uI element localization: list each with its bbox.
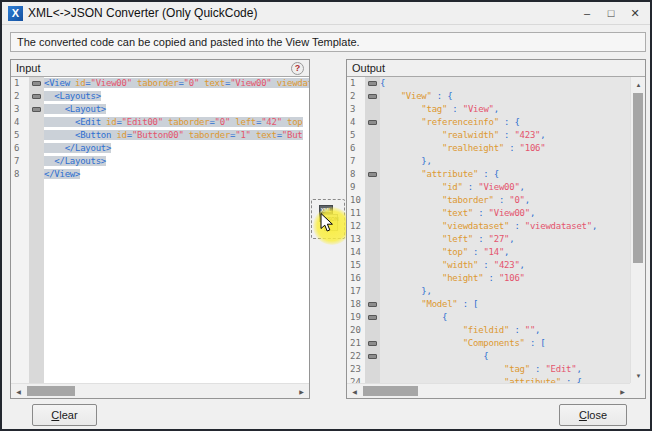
- scroll-down-icon[interactable]: ▼: [631, 368, 645, 383]
- h-scroll-thumb[interactable]: [27, 386, 75, 396]
- line-number: 2: [11, 90, 29, 103]
- code-line: "realwidth" : "423",: [380, 129, 630, 142]
- fold-spacer: [365, 272, 380, 285]
- code-line: "realheight" : "106": [380, 142, 630, 155]
- code-line: "text" : "View00",: [380, 207, 630, 220]
- fold-marker[interactable]: [365, 337, 380, 350]
- line-number: 20: [347, 324, 365, 337]
- output-code-area[interactable]: { "View" : { "tag" : "View", "referencei…: [380, 77, 630, 383]
- line-number: 14: [347, 246, 365, 259]
- code-line: "Model" : [: [380, 298, 630, 311]
- code-line: "attribute" : {: [380, 376, 630, 383]
- code-line: "tag" : "View",: [380, 103, 630, 116]
- fold-marker[interactable]: [365, 116, 380, 129]
- output-panel-header: Output: [347, 60, 645, 77]
- close-icon[interactable]: ✕: [626, 4, 644, 22]
- line-number: 18: [347, 298, 365, 311]
- input-panel-title: Input: [16, 62, 40, 74]
- line-number: 8: [11, 168, 29, 181]
- fold-marker[interactable]: [29, 103, 44, 116]
- info-text: The converted code can be copied and pas…: [17, 36, 360, 48]
- fold-spacer: [29, 155, 44, 168]
- line-number: 3: [347, 103, 365, 116]
- fold-spacer: [365, 103, 380, 116]
- fold-spacer: [365, 207, 380, 220]
- fold-marker[interactable]: [365, 77, 380, 90]
- line-number: 5: [11, 129, 29, 142]
- output-v-scrollbar[interactable]: ▲ ▼: [630, 77, 645, 383]
- line-number: 23: [347, 363, 365, 376]
- line-number: 3: [11, 103, 29, 116]
- line-number: 9: [347, 181, 365, 194]
- fold-marker[interactable]: [365, 350, 380, 363]
- code-line: },: [380, 285, 630, 298]
- fold-marker[interactable]: [29, 90, 44, 103]
- line-number: 7: [347, 155, 365, 168]
- info-bar: The converted code can be copied and pas…: [10, 32, 646, 52]
- output-fold-column: [365, 77, 380, 383]
- fold-spacer: [365, 181, 380, 194]
- code-line: {: [380, 350, 630, 363]
- scrollbar-corner: [630, 383, 645, 398]
- fold-spacer: [365, 246, 380, 259]
- line-number: 19: [347, 311, 365, 324]
- fold-marker[interactable]: [365, 90, 380, 103]
- code-line: </Layouts>: [44, 155, 309, 168]
- scroll-left-icon[interactable]: ◀: [347, 384, 362, 398]
- fold-spacer: [365, 220, 380, 233]
- line-number: 10: [347, 194, 365, 207]
- scroll-right-icon[interactable]: ▶: [615, 384, 630, 398]
- code-line: "attribute" : {: [380, 168, 630, 181]
- line-number: 6: [347, 142, 365, 155]
- line-number: 4: [11, 116, 29, 129]
- clear-button[interactable]: Clear: [32, 404, 97, 426]
- code-line: "tag" : "Edit",: [380, 363, 630, 376]
- fold-spacer: [365, 376, 380, 383]
- input-fold-column: [29, 77, 44, 383]
- line-number: 5: [347, 129, 365, 142]
- line-number: 22: [347, 350, 365, 363]
- fold-marker[interactable]: [365, 168, 380, 181]
- line-number: 2: [347, 90, 365, 103]
- output-h-scrollbar[interactable]: ◀ ▶: [347, 383, 630, 398]
- input-editor-body[interactable]: 12345678 <View id="View00" taborder="0" …: [11, 77, 309, 398]
- code-line: "height" : "106": [380, 272, 630, 285]
- fold-marker[interactable]: [365, 311, 380, 324]
- title-bar[interactable]: X XML<->JSON Converter (Only QuickCode) …: [2, 2, 650, 25]
- maximize-icon[interactable]: □: [602, 4, 620, 22]
- fold-marker[interactable]: [365, 298, 380, 311]
- scroll-left-icon[interactable]: ◀: [11, 384, 26, 398]
- scroll-right-icon[interactable]: ▶: [294, 384, 309, 398]
- output-panel: Output 123456789101112131415161718192021…: [346, 59, 646, 399]
- converter-window: X XML<->JSON Converter (Only QuickCode) …: [0, 0, 652, 431]
- code-line: "left" : "27",: [380, 233, 630, 246]
- code-line: "Components" : [: [380, 337, 630, 350]
- code-line: "referenceinfo" : {: [380, 116, 630, 129]
- fold-spacer: [365, 259, 380, 272]
- help-icon[interactable]: ?: [291, 62, 304, 75]
- minimize-icon[interactable]: –: [578, 4, 596, 22]
- code-line: "viewdataset" : "viewdataset",: [380, 220, 630, 233]
- output-editor-body[interactable]: 123456789101112131415161718192021222324 …: [347, 77, 645, 398]
- fold-spacer: [29, 168, 44, 181]
- fold-spacer: [29, 116, 44, 129]
- v-scroll-thumb[interactable]: [633, 93, 643, 263]
- line-number: 12: [347, 220, 365, 233]
- h-scroll-thumb[interactable]: [363, 386, 418, 396]
- app-icon: X: [8, 6, 23, 21]
- code-line: </Layout>: [44, 142, 309, 155]
- line-number: 11: [347, 207, 365, 220]
- window-controls: – □ ✕: [578, 4, 644, 22]
- input-code-area[interactable]: <View id="View00" taborder="0" text="Vie…: [44, 77, 309, 383]
- scroll-up-icon[interactable]: ▲: [631, 77, 645, 92]
- line-number: 1: [347, 77, 365, 90]
- fold-spacer: [365, 129, 380, 142]
- code-line: <Button id="Button00" taborder="1" text=…: [44, 129, 309, 142]
- fold-marker[interactable]: [29, 77, 44, 90]
- line-number: 7: [11, 155, 29, 168]
- input-h-scrollbar[interactable]: ◀ ▶: [11, 383, 309, 398]
- line-number: 16: [347, 272, 365, 285]
- close-button[interactable]: Close: [559, 404, 627, 426]
- code-line: "width" : "423",: [380, 259, 630, 272]
- line-number: 21: [347, 337, 365, 350]
